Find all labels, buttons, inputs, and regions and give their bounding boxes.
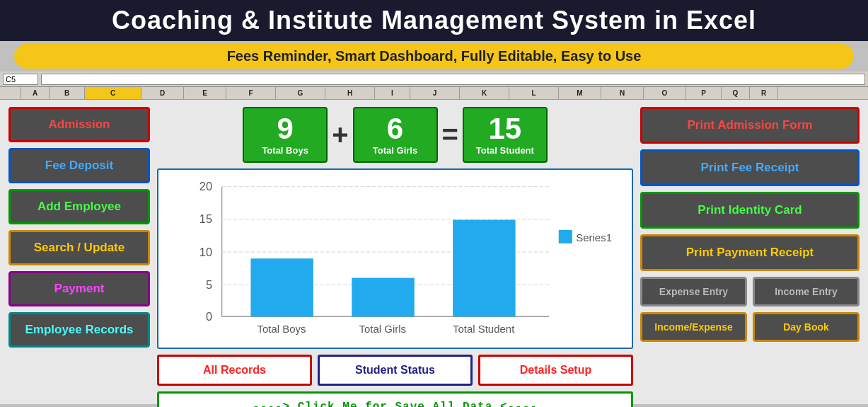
svg-rect-15 [453, 220, 515, 317]
svg-text:10: 10 [199, 246, 212, 258]
svg-text:15: 15 [199, 212, 212, 225]
subtitle-bar: Fees Reminder, Smart Dashboard, Fully Ed… [14, 44, 854, 69]
all-records-button[interactable]: All Records [157, 355, 312, 386]
col-r: R [750, 87, 778, 99]
income-expense-button[interactable]: Income/Expense [640, 312, 747, 342]
col-l: L [509, 87, 559, 99]
add-employee-button[interactable]: Add Employee [8, 189, 150, 224]
col-h: H [325, 87, 375, 99]
bar-chart: 20 15 10 5 0 Total Boys Total Girls [157, 168, 633, 349]
col-a: A [21, 87, 50, 99]
formula-bar [41, 74, 865, 85]
expense-entry-button[interactable]: Expense Entry [640, 277, 747, 306]
svg-text:20: 20 [199, 180, 212, 193]
main-title: Coaching & Institute Management System i… [0, 0, 868, 41]
search-update-button[interactable]: Search / Update [8, 230, 150, 265]
income-entry-button[interactable]: Income Entry [753, 277, 860, 306]
total-label: Total Student [475, 145, 535, 156]
income-expense-daybook-row: Income/Expense Day Book [640, 312, 860, 342]
col-c: C [85, 87, 141, 99]
right-panel: Print Admission Form Print Fee Receipt P… [640, 107, 860, 397]
boys-stat: 9 Total Boys [243, 107, 328, 163]
col-f: F [226, 87, 276, 99]
print-admission-button[interactable]: Print Admission Form [640, 107, 860, 144]
col-j: J [410, 87, 460, 99]
column-headers: A B C D E F G H I J K L M N O P Q R [0, 87, 868, 100]
stats-row: 9 Total Boys + 6 Total Girls = 15 Total … [157, 107, 633, 163]
col-g: G [276, 87, 325, 99]
content-area: Admission Fee Deposit Add Employee Searc… [0, 100, 868, 404]
svg-text:Total Boys: Total Boys [257, 323, 306, 335]
svg-text:0: 0 [206, 310, 212, 323]
boys-value: 9 [255, 114, 315, 144]
girls-stat: 6 Total Girls [353, 107, 438, 163]
svg-rect-11 [250, 258, 313, 316]
cell-reference[interactable]: C5 [3, 74, 38, 85]
left-panel: Admission Fee Deposit Add Employee Searc… [8, 107, 150, 397]
col-q: Q [722, 87, 750, 99]
col-i: I [375, 87, 410, 99]
details-setup-button[interactable]: Details Setup [478, 355, 633, 386]
svg-text:5: 5 [206, 278, 212, 291]
bottom-buttons: All Records Student Status Details Setup [157, 355, 633, 386]
excel-toolbar: C5 [0, 71, 868, 87]
boys-label: Total Boys [255, 145, 315, 156]
total-value: 15 [475, 114, 535, 144]
print-payment-button[interactable]: Print Payment Receipt [640, 234, 860, 271]
col-m: M [559, 87, 601, 99]
equals-operator: = [442, 119, 458, 151]
col-k: K [460, 87, 509, 99]
svg-text:Series1: Series1 [576, 231, 612, 243]
employee-records-button[interactable]: Employee Records [8, 312, 150, 348]
fee-deposit-button[interactable]: Fee Deposit [8, 148, 150, 183]
expense-income-row: Expense Entry Income Entry [640, 277, 860, 306]
student-status-button[interactable]: Student Status [318, 355, 473, 386]
girls-label: Total Girls [366, 145, 425, 156]
print-identity-button[interactable]: Print Identity Card [640, 192, 860, 229]
svg-rect-13 [352, 278, 414, 317]
chart-svg: 20 15 10 5 0 Total Boys Total Girls [164, 176, 626, 342]
col-o: O [644, 87, 686, 99]
print-fee-button[interactable]: Print Fee Receipt [640, 149, 860, 186]
svg-text:Total Student: Total Student [453, 323, 515, 335]
col-p: P [686, 87, 722, 99]
total-stat: 15 Total Student [463, 107, 548, 163]
svg-text:Total Girls: Total Girls [359, 323, 406, 335]
day-book-button[interactable]: Day Book [753, 312, 860, 342]
center-panel: 9 Total Boys + 6 Total Girls = 15 Total … [157, 107, 633, 397]
col-e: E [184, 87, 226, 99]
col-d: D [141, 87, 184, 99]
plus-operator: + [332, 119, 348, 151]
payment-button[interactable]: Payment [8, 271, 150, 306]
col-b: B [50, 87, 85, 99]
col-n: N [601, 87, 644, 99]
svg-rect-17 [559, 230, 572, 243]
admission-button[interactable]: Admission [8, 107, 150, 142]
save-button[interactable]: ----> Click Me for Save All Data <---- [157, 391, 633, 407]
girls-value: 6 [366, 114, 425, 144]
